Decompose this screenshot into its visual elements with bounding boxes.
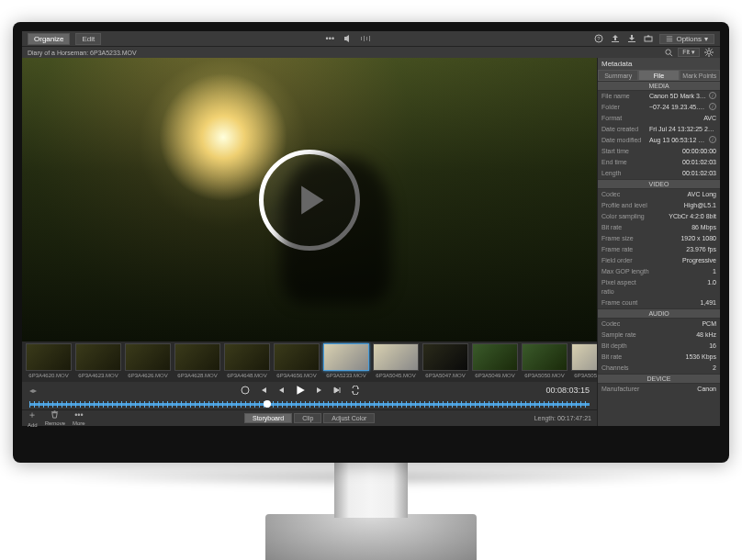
metadata-panel: Metadata Summary File Mark Points MEDIA … [597,58,720,426]
meta-tab-summary[interactable]: Summary [598,70,638,81]
thumbnail-label: 6P3A4620.MOV [28,373,68,378]
step-fwd-button[interactable] [313,385,324,396]
thumbnail[interactable]: 6P3A4648.MOV [224,343,270,380]
thumbnail-label: 6P3A5051.MOV [574,373,597,378]
player-controls: ◂▸ 00:08:03:15 [22,382,597,398]
meta-row: ManufacturerCanon [598,384,720,395]
thumbnail[interactable]: 6P3A4623.MOV [75,343,121,380]
svg-point-8 [707,50,711,54]
meta-key: End time [601,158,649,167]
meta-value: 48 kHz [649,330,716,340]
thumbnail[interactable]: 6P3A5049.MOV [472,343,518,380]
meta-value: 23.976 fps [649,245,716,254]
title-bar: Diary of a Horseman: 6P3A5233.MOV Fit ▾ [22,46,720,58]
loop-button[interactable] [350,385,361,396]
thumbnail[interactable]: 6P3A4628.MOV [174,343,220,380]
svg-point-9 [242,386,249,394]
thumbnail[interactable]: 6P3A5051.MOV [571,343,597,380]
meta-tab-markpoints[interactable]: Mark Points [680,70,720,81]
thumbnail[interactable]: 6P3A5047.MOV [422,343,468,380]
meta-value: 1920 x 1080 [649,234,716,243]
info-icon[interactable]: i [709,136,716,143]
thumbnail-image [174,343,220,371]
thumbnail[interactable]: 6P3A4626.MOV [125,343,171,380]
meta-row: Bit rate1536 Kbps [598,352,720,363]
thumbnail[interactable]: 6P3A4620.MOV [26,343,72,380]
video-preview[interactable] [22,58,597,342]
more-icon[interactable]: ••• [324,33,335,44]
thumbnail[interactable]: 6P3A5233.MOV [323,343,369,380]
thumbnail-label: 6P3A5233.MOV [326,373,365,378]
thumbnail-label: 6P3A5050.MOV [524,373,564,378]
meta-value: 1536 Kbps [649,353,716,362]
storyboard-tab[interactable]: Storyboard [244,413,292,423]
thumbnail-image [373,343,419,371]
meta-value: 00:01:02:03 [649,169,716,178]
svg-rect-2 [645,37,652,41]
fit-dropdown[interactable]: Fit ▾ [678,48,700,57]
meta-key: Sample rate [601,330,649,340]
meta-section-media: MEDIA [598,81,720,91]
meta-key: Channels [601,364,649,373]
thumbnail-label: 6P3A4623.MOV [78,373,118,378]
thumbnail-label: 6P3A4648.MOV [227,373,266,378]
more-button[interactable]: •••More [73,410,85,426]
meta-key: Frame count [601,298,649,308]
audio-meter [361,36,370,41]
tab-edit[interactable]: Edit [75,33,101,45]
thumbnail[interactable]: 6P3A5050.MOV [522,343,568,380]
meta-key: Date modified [601,136,649,145]
meta-key: Start time [601,147,649,156]
skip-fwd-button[interactable] [332,385,343,396]
meta-key: Max GOP length [601,267,649,276]
thumbnail[interactable]: 6P3A5045.MOV [373,343,419,380]
meta-row: Sample rate48 kHz [598,330,720,341]
meta-row: Date modifiedAug 13 06:53:12 2014 (-05:0… [598,135,720,146]
speed-indicator-icon: ◂▸ [29,386,37,395]
meta-row: Bit rate86 Mbps [598,222,720,233]
meta-row: Bit depth16 [598,341,720,352]
meta-row: Frame size1920 x 1080 [598,233,720,244]
meta-key: Color sampling [601,212,649,221]
options-dropdown[interactable]: Options▾ [659,34,714,44]
meta-value: Aug 13 06:53:12 2014 (-05:00) [649,136,707,145]
thumbnail-image [75,343,121,371]
timeline-playhead[interactable] [264,400,271,408]
meta-tab-file[interactable]: File [638,70,679,81]
info-icon[interactable]: i [709,92,716,99]
remove-button[interactable]: Remove [45,410,65,426]
meta-row: Folder~07-24 19.23.45.676/Canon 5D Mark … [598,102,720,113]
play-button[interactable] [295,385,306,396]
thumbnail-image [472,343,518,371]
clip-tab[interactable]: Clip [294,413,321,423]
thumbnail[interactable]: 6P3A4656.MOV [274,343,320,380]
upload-icon[interactable] [610,33,621,44]
add-button[interactable]: ＋Add [28,409,38,428]
skip-back-button[interactable] [258,385,269,396]
meta-key: Profile and level [601,201,649,210]
top-toolbar: Organize Edit ••• ? Options▾ [22,31,720,46]
download-icon[interactable] [626,33,637,44]
info-icon[interactable]: i [709,103,716,110]
help-icon[interactable]: ? [593,33,604,44]
share-icon[interactable] [643,33,654,44]
thumbnail-image [522,343,568,371]
meta-value: Canon 5D Mark 3/6P3A5233.MOV [649,92,707,101]
gear-icon[interactable] [703,47,714,58]
meta-value: 2 [649,364,716,373]
meta-row: Frame rate23.976 fps [598,244,720,255]
timeline[interactable] [22,398,597,409]
meta-row: FormatAVC [598,113,720,124]
meta-value: 16 [649,342,716,351]
meta-value: Progressive [649,256,716,265]
play-overlay-button[interactable] [259,150,360,251]
tab-organize[interactable]: Organize [28,33,70,45]
meta-row: Channels2 [598,363,720,374]
search-icon[interactable] [663,47,674,58]
chevron-down-icon: ▾ [704,35,708,43]
adjust-color-tab[interactable]: Adjust Color [323,413,375,423]
thumbnail-image [571,343,597,371]
volume-icon[interactable] [343,33,354,44]
stop-button[interactable] [240,385,251,396]
step-back-button[interactable] [276,385,287,396]
